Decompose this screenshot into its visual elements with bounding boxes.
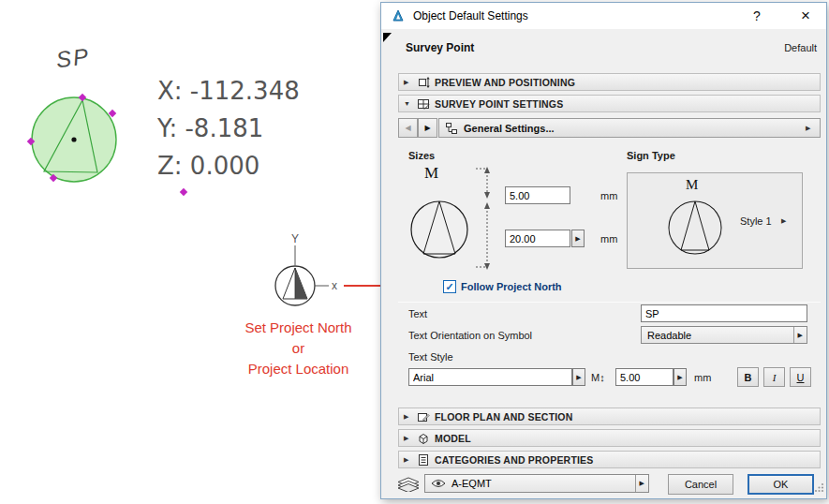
selection-handle[interactable]	[180, 188, 187, 196]
sizes-label: Sizes	[408, 150, 435, 161]
text-input[interactable]	[641, 304, 807, 322]
settings-tree-icon	[445, 122, 458, 135]
coordinate-z: Z: 0.000	[157, 152, 259, 180]
sign-type-preview-box[interactable]: M Style 1 ▶	[627, 172, 803, 269]
panel-label: MODEL	[435, 433, 471, 444]
nav-back-button[interactable]: ◀	[398, 118, 418, 138]
dropdown-arrow-icon: ▶	[635, 475, 648, 492]
panel-label: PREVIEW AND POSITIONING	[435, 77, 575, 88]
coordinate-x: X: -112.348	[157, 77, 300, 105]
text-height-icon: M↕	[591, 372, 605, 383]
text-style-label: Text Style	[408, 351, 453, 363]
nav-forward-button[interactable]: ▶	[418, 118, 437, 138]
sign-type-symbol	[666, 198, 724, 258]
panel-categories-and-properties[interactable]: ▶ CATEGORIES AND PROPERTIES	[398, 451, 821, 468]
italic-button[interactable]: I	[763, 367, 785, 387]
north-symbol[interactable]: Y x	[267, 230, 353, 316]
collapse-arrow-icon: ▶	[404, 79, 412, 86]
annotation-line-3: Project Location	[221, 359, 376, 379]
general-settings-selector[interactable]: General Settings... ▶	[438, 118, 821, 138]
layer-selector[interactable]: A-EQMT ▶	[424, 474, 649, 493]
panel-label: SURVEY POINT SETTINGS	[435, 98, 563, 110]
font-size-input[interactable]	[615, 368, 674, 386]
object-tool-icon	[391, 8, 406, 23]
flyout-arrow-icon: ▶	[806, 125, 814, 132]
sign-type-label: Sign Type	[627, 150, 675, 161]
resize-grip[interactable]	[814, 480, 824, 497]
dropdown-arrow-icon: ▶	[793, 327, 807, 343]
font-name-input[interactable]	[408, 368, 572, 386]
dialog-title: Object Default Settings	[413, 9, 528, 22]
font-size-unit: mm	[694, 372, 711, 383]
size-dimension-lines	[475, 164, 499, 274]
text-orientation-label: Text Orientation on Symbol	[408, 330, 532, 341]
symbol-letter-preview: M	[424, 164, 438, 183]
style-name: Style 1	[740, 215, 772, 227]
underline-button[interactable]: U	[790, 367, 811, 387]
text-orientation-dropdown[interactable]: Readable ▶	[641, 326, 807, 344]
font-size-flyout[interactable]: ▶	[674, 368, 687, 386]
text-size-input[interactable]	[505, 186, 570, 204]
survey-point-settings-icon	[417, 97, 430, 111]
text-orientation-value: Readable	[647, 330, 691, 341]
symbol-size-input[interactable]	[505, 230, 570, 247]
follow-project-north-checkbox[interactable]: ✓	[443, 280, 456, 293]
font-name-flyout[interactable]: ▶	[572, 368, 585, 386]
sign-type-symbol-letter: M	[686, 177, 698, 193]
panel-label: CATEGORIES AND PROPERTIES	[435, 454, 594, 466]
collapse-arrow-icon: ▶	[404, 456, 412, 464]
current-settings-page: General Settings...	[464, 123, 555, 134]
style-flyout-icon[interactable]: ▶	[781, 217, 790, 225]
floor-plan-icon	[417, 410, 430, 423]
eye-icon	[431, 479, 446, 488]
panel-preview-and-positioning[interactable]: ▶ PREVIEW AND POSITIONING	[398, 73, 821, 91]
separator	[398, 302, 821, 303]
close-button[interactable]: ×	[794, 7, 817, 25]
follow-project-north-label[interactable]: Follow Project North	[461, 281, 562, 292]
coordinate-y: Y: -8.181	[157, 114, 263, 142]
layer-name: A-EQMT	[452, 478, 492, 489]
help-button[interactable]: ?	[746, 8, 768, 23]
expand-arrow-icon: ▼	[404, 100, 412, 107]
text-size-unit: mm	[600, 190, 617, 201]
symbol-size-preview	[409, 199, 469, 260]
symbol-center-dot	[71, 137, 76, 141]
survey-point-symbol[interactable]	[26, 92, 122, 187]
annotation-line-2: or	[221, 338, 376, 359]
categories-list-icon	[417, 453, 430, 467]
x-axis-label: x	[332, 279, 337, 292]
collapse-arrow-icon: ▶	[404, 413, 412, 421]
panel-floor-plan-and-section[interactable]: ▶ FLOOR PLAN AND SECTION	[398, 408, 821, 425]
default-label: Default	[784, 42, 817, 53]
y-axis-label: Y	[291, 232, 299, 245]
symbol-size-unit: mm	[600, 233, 617, 245]
text-label: Text	[408, 308, 427, 319]
annotation-line-1: Set Project North	[221, 318, 376, 338]
panel-label: FLOOR PLAN AND SECTION	[435, 411, 573, 422]
layers-icon[interactable]	[396, 475, 421, 492]
element-type-label: Survey Point	[406, 41, 474, 54]
panel-scroll-arrow	[383, 33, 392, 42]
cancel-button[interactable]: Cancel	[668, 474, 733, 495]
title-bar[interactable]: Object Default Settings ? ×	[381, 3, 826, 29]
model-cube-icon	[417, 432, 430, 445]
annotation-text: Set Project North or Project Location	[221, 318, 376, 379]
screen: SP X: -112.348 Y: -8.181 Z: 0.000 Y x Se…	[0, 0, 829, 504]
panel-model[interactable]: ▶ MODEL	[398, 429, 821, 447]
object-default-settings-dialog: Object Default Settings ? × Survey Point…	[380, 2, 827, 499]
survey-point-text-annotation: SP	[54, 43, 91, 73]
bold-button[interactable]: B	[737, 367, 759, 387]
collapse-arrow-icon: ▶	[404, 435, 412, 442]
panel-survey-point-settings[interactable]: ▼ SURVEY POINT SETTINGS	[398, 95, 821, 112]
ok-button[interactable]: OK	[748, 474, 814, 495]
symbol-size-flyout[interactable]: ▶	[571, 230, 585, 247]
preview-positioning-icon	[417, 76, 430, 89]
